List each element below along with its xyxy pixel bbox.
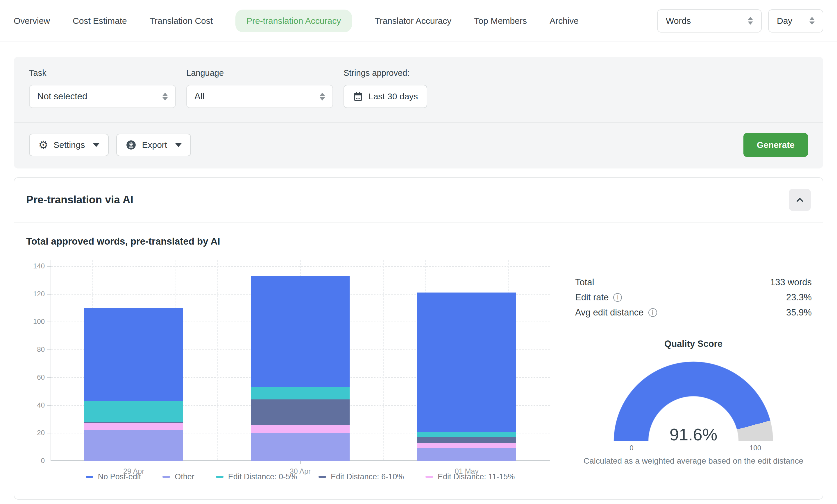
stacked-bar-chart: 02040608010012014029 Apr30 Apr01 May No …: [14, 247, 572, 481]
section-title: Pre-translation via AI: [26, 194, 133, 206]
y-axis-tick-label: 0: [27, 457, 45, 465]
stat-value: 23.3%: [786, 292, 812, 303]
task-label: Task: [29, 68, 176, 78]
legend-swatch: [162, 476, 170, 478]
tab-archive[interactable]: Archive: [550, 10, 578, 32]
strings-approved-label: Strings approved:: [343, 68, 427, 78]
bar-segment: [84, 430, 183, 461]
unfold-arrows-icon: [809, 17, 815, 25]
tab-overview[interactable]: Overview: [14, 10, 50, 32]
y-axis-line: [51, 260, 51, 461]
y-axis-tick-label: 20: [27, 429, 45, 437]
period-select[interactable]: Day: [768, 9, 823, 33]
unit-select[interactable]: Words: [657, 9, 762, 33]
legend-swatch: [86, 476, 93, 478]
bar-segment: [417, 292, 516, 432]
bar-segment: [251, 387, 350, 399]
y-axis-tick-label: 60: [27, 373, 45, 381]
stat-label: Edit rate: [575, 292, 609, 303]
task-filter-group: Task Not selected: [29, 68, 176, 108]
task-select[interactable]: Not selected: [29, 85, 176, 108]
x-axis-tick-label: 30 Apr: [283, 467, 318, 475]
bar-segment: [417, 443, 516, 448]
caret-down-icon: [93, 143, 100, 147]
y-axis-tick: [47, 461, 51, 461]
bar-segment: [84, 422, 183, 423]
stat-label: Total: [575, 277, 594, 288]
card-divider: [14, 222, 823, 222]
chart-heading: Total approved words, pre-translated by …: [26, 236, 823, 247]
period-select-value: Day: [777, 16, 792, 26]
legend-swatch: [319, 476, 326, 478]
gauge-caption: Calculated as a weighted average based o…: [575, 456, 812, 466]
y-axis-tick: [47, 349, 51, 350]
y-axis-tick-label: 40: [27, 401, 45, 409]
x-axis-tick-label: 01 May: [449, 467, 484, 475]
language-select[interactable]: All: [186, 85, 333, 108]
download-circle-icon: [126, 140, 137, 150]
bar-segment: [417, 437, 516, 443]
language-filter-group: Language All: [186, 68, 333, 108]
bar-segment: [84, 308, 183, 401]
legend-swatch: [426, 476, 433, 478]
collapse-section-button[interactable]: [789, 189, 811, 211]
legend-label: Other: [175, 472, 194, 481]
legend-item[interactable]: Edit Distance: 6-10%: [319, 472, 404, 481]
report-tabs-bar: Overview Cost Estimate Translation Cost …: [0, 0, 837, 42]
legend-label: Edit Distance: 6-10%: [331, 472, 404, 481]
report-filter-panel: Task Not selected Language All Strings a…: [14, 57, 823, 168]
info-icon[interactable]: i: [648, 308, 657, 317]
tab-translator-accuracy[interactable]: Translator Accuracy: [375, 10, 451, 32]
date-range-value: Last 30 days: [369, 91, 418, 102]
bar-segment: [417, 448, 516, 461]
export-button[interactable]: Export: [116, 133, 191, 156]
stat-row-total: Total 133 words: [575, 275, 812, 290]
bar-segment: [251, 425, 350, 433]
stat-label: Avg edit distance: [575, 307, 644, 318]
tab-top-members[interactable]: Top Members: [474, 10, 527, 32]
x-axis-tick: [300, 461, 301, 464]
settings-button[interactable]: ⚙ Settings: [29, 133, 109, 156]
chevron-up-icon: [795, 195, 805, 205]
stat-value: 133 words: [770, 277, 812, 288]
language-label: Language: [186, 68, 333, 78]
y-axis-tick: [47, 294, 51, 294]
y-axis-tick-label: 80: [27, 345, 45, 354]
x-axis-tick: [134, 461, 134, 464]
stat-value: 35.9%: [786, 307, 812, 318]
y-axis-tick: [47, 433, 51, 433]
gauge-max-label: 100: [749, 444, 761, 452]
quality-score-value: 91.6%: [613, 425, 773, 444]
export-button-label: Export: [142, 140, 167, 150]
y-axis-tick: [47, 377, 51, 378]
bar-segment: [417, 432, 516, 437]
date-range-button[interactable]: Last 30 days: [343, 85, 427, 108]
legend-swatch: [216, 476, 224, 478]
stat-row-edit-rate: Edit ratei 23.3%: [575, 290, 812, 305]
info-icon[interactable]: i: [613, 293, 622, 302]
y-axis-tick: [47, 405, 51, 406]
stat-row-avg-edit-distance: Avg edit distancei 35.9%: [575, 305, 812, 320]
y-axis-tick-label: 140: [27, 262, 45, 270]
summary-panel: Total 133 words Edit ratei 23.3% Avg edi…: [572, 247, 823, 481]
unfold-arrows-icon: [320, 93, 325, 101]
language-select-value: All: [194, 91, 204, 102]
generate-button[interactable]: Generate: [744, 133, 808, 157]
y-axis-tick-label: 120: [27, 290, 45, 298]
bar-segment: [84, 423, 183, 430]
legend-item[interactable]: Other: [162, 472, 194, 481]
x-gridline: [383, 260, 384, 460]
tab-pre-translation-accuracy[interactable]: Pre-translation Accuracy: [235, 10, 352, 32]
tab-cost-estimate[interactable]: Cost Estimate: [73, 10, 127, 32]
pre-translation-card: Pre-translation via AI Total approved wo…: [14, 177, 823, 500]
y-axis-tick: [47, 322, 51, 322]
calendar-icon: [353, 91, 363, 102]
unfold-arrows-icon: [162, 93, 168, 101]
caret-down-icon: [175, 143, 182, 147]
gear-icon: ⚙: [38, 140, 48, 150]
task-select-value: Not selected: [37, 91, 87, 102]
y-axis-tick-label: 100: [27, 318, 45, 326]
settings-button-label: Settings: [53, 140, 85, 150]
tab-translation-cost[interactable]: Translation Cost: [150, 10, 213, 32]
bar-segment: [251, 276, 350, 387]
